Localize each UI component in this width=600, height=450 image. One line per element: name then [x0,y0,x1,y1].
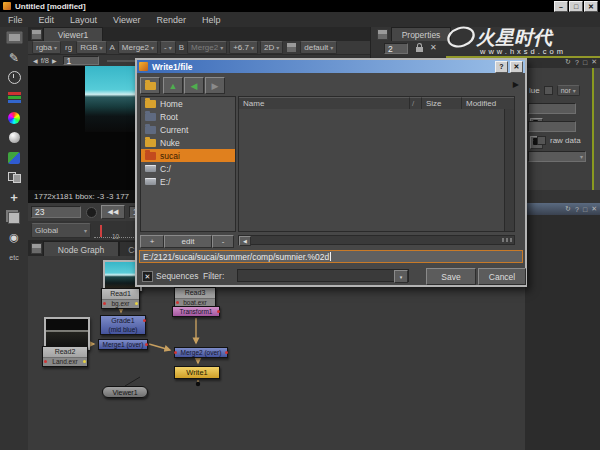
codec-dropdown[interactable]: ▾ [528,151,586,162]
node-read3[interactable]: Read3 boat.exr [174,287,216,308]
input-a-dropdown[interactable]: Merge2▾ [118,41,158,54]
favorite-edit-button[interactable]: edit [164,235,212,248]
current-frame-field[interactable]: 23 [31,206,81,218]
panel-stack-count-field[interactable]: 2 [384,43,408,54]
forward-button[interactable]: ▶ [205,77,225,94]
cancel-button[interactable]: Cancel [478,268,526,285]
node-graph-tab[interactable]: Node Graph [43,241,119,257]
favorite-add-button[interactable]: + [140,235,164,248]
file-list-hscrollbar[interactable]: ◀ [238,235,515,245]
menu-viewer[interactable]: Viewer [105,15,148,25]
column-name[interactable]: Name [239,97,410,109]
node-read1[interactable]: Read1 bg.exr [101,288,140,309]
filter-combo[interactable]: ▾ [237,269,409,282]
viewer-tab[interactable]: Viewer1 [43,27,103,41]
frame-range-dropdown[interactable]: Global ▾ [31,223,91,238]
favorite-current[interactable]: Current [141,123,235,136]
refresh-icon[interactable]: ↻ [565,205,571,213]
properties-tab[interactable]: Properties [391,27,451,41]
frame-lock-knob[interactable] [86,207,97,218]
file-list-body[interactable] [239,109,505,231]
minimize-button[interactable]: – [554,1,568,12]
favorite-home[interactable]: Home [141,97,235,110]
gain-field[interactable]: 1 [63,56,99,65]
close-panel-icon[interactable]: ✕ [591,58,597,66]
favorite-remove-button[interactable]: - [212,235,234,248]
file-field[interactable] [528,103,576,114]
column-size[interactable]: Size [422,97,462,109]
color-node-icon[interactable] [3,108,25,127]
lut-dropdown[interactable]: default▾ [300,41,337,54]
favorite-c-drive[interactable]: C:/ [141,162,235,175]
node-write1[interactable]: Write1 [174,366,220,379]
favorite-sucai-selected[interactable]: sucai [141,149,235,162]
pane-menu-icon[interactable] [31,243,42,254]
playhead[interactable] [100,225,102,237]
filetype-dropdown[interactable]: nor ▾ [557,85,580,96]
column-modified[interactable]: Modified [462,97,514,109]
transform-node-icon[interactable]: + [3,188,25,207]
filter-node-icon[interactable] [3,128,25,147]
raw-data-checkbox[interactable] [537,136,546,145]
refresh-icon[interactable]: ↻ [565,58,571,66]
merge-node-icon[interactable] [3,168,25,187]
lut-icon[interactable] [286,42,297,53]
dialog-help-button[interactable]: ? [495,61,508,73]
dialog-close-button[interactable]: ✕ [510,61,523,73]
hscroll-grip[interactable] [502,238,512,242]
dialog-title-bar[interactable]: Write1/file ? ✕ [137,60,525,73]
new-folder-button[interactable] [140,77,160,94]
channel-node-icon[interactable] [3,88,25,107]
pane-menu-icon[interactable] [31,29,42,40]
menu-edit[interactable]: Edit [31,15,63,25]
help-icon[interactable]: ? [575,206,579,213]
menu-render[interactable]: Render [148,15,194,25]
time-node-icon[interactable] [3,68,25,87]
back-button[interactable]: ◀ [184,77,204,94]
favorite-root[interactable]: Root [141,110,235,123]
node-transform1[interactable]: Transform1 [172,306,220,317]
up-directory-button[interactable]: ▲ [163,77,183,94]
input-b-dropdown[interactable]: Merge2▾ [187,41,227,54]
maximize-button[interactable]: □ [569,1,583,12]
node-viewer1[interactable]: Viewer1 [102,386,148,398]
help-icon[interactable]: ? [575,59,579,66]
node-merge1[interactable]: Merge1 (over) [98,339,148,350]
display-channels-dropdown[interactable]: RGB▾ [76,41,106,54]
float-panel-icon[interactable]: □ [583,59,587,66]
lock-icon[interactable] [416,47,423,52]
file-list-vscrollbar[interactable] [504,109,514,231]
param-checkbox[interactable] [544,86,553,95]
draw-node-icon[interactable]: ✎ [3,48,25,67]
node-read2[interactable]: Read2 Land.exr [42,346,88,367]
channels-dropdown[interactable]: rgba▾ [32,41,61,54]
menu-file[interactable]: File [0,15,31,25]
node-merge2[interactable]: Merge2 (over) [174,347,228,358]
close-button[interactable]: ✕ [584,1,598,12]
panel-scroll-strip[interactable] [594,68,600,190]
favorite-nuke[interactable]: Nuke [141,136,235,149]
favorite-e-drive[interactable]: E:/ [141,175,235,188]
fstop-prev-icon[interactable]: ◀ [33,57,38,64]
menu-help[interactable]: Help [194,15,229,25]
node-grade1[interactable]: Grade1 (mid blue) [100,315,146,335]
views-node-icon[interactable]: ◉ [3,228,25,247]
column-sort-handle[interactable]: / [410,97,422,109]
fstop-next-icon[interactable]: ▶ [52,57,57,64]
path-field[interactable]: E:/2121/sucai/sucai/summer/comp/sumnier.… [139,250,523,263]
rewind-button[interactable]: ◀◀ [101,205,125,219]
hscroll-left-button[interactable]: ◀ [239,236,251,246]
3d-node-icon[interactable] [3,208,25,227]
clear-panels-icon[interactable]: ✕ [430,43,437,52]
pane-menu-icon[interactable] [377,29,388,40]
save-button[interactable]: Save [426,268,476,285]
menu-layout[interactable]: Layout [62,15,105,25]
etc-toolbar-item[interactable]: etc [3,248,25,267]
view-mode-dropdown[interactable]: 2D▾ [260,41,283,54]
filter-caret-button[interactable]: ▾ [394,270,408,283]
proxy-field[interactable] [528,121,576,132]
keyer-node-icon[interactable] [3,148,25,167]
compose-dropdown[interactable]: -▾ [160,41,176,54]
sequences-checkbox[interactable]: ✕ [142,271,153,282]
dialog-menu-arrow-icon[interactable]: ▶ [513,80,519,89]
